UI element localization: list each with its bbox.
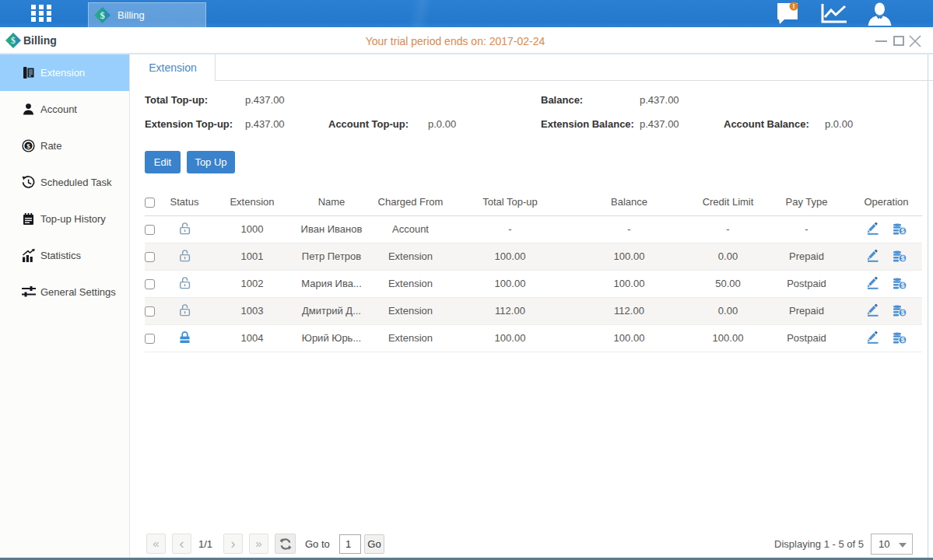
svg-text:!: !	[793, 2, 795, 10]
svg-text:$: $	[901, 226, 905, 234]
svg-text:$: $	[901, 308, 905, 316]
svg-text:$: $	[901, 281, 905, 289]
svg-text:$: $	[26, 142, 30, 150]
svg-text:$: $	[901, 254, 905, 261]
svg-text:$: $	[901, 335, 905, 343]
svg-text:$: $	[100, 10, 104, 21]
svg-text:$: $	[11, 35, 16, 46]
